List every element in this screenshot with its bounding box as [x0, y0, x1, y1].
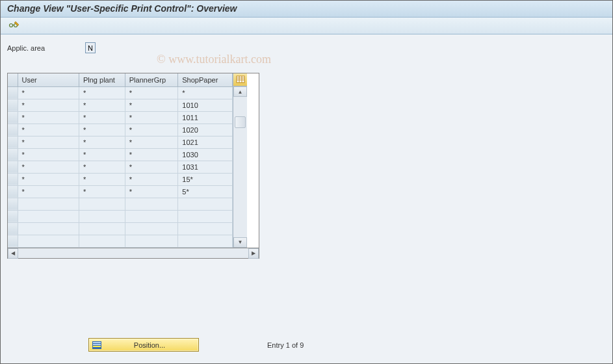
table-row-empty — [8, 210, 233, 222]
cell-shop-paper[interactable]: 1020 — [178, 124, 233, 136]
cell-empty[interactable] — [125, 210, 178, 222]
cell-empty[interactable] — [178, 198, 233, 210]
cell-user[interactable]: * — [18, 185, 79, 198]
cell-shop-paper[interactable]: 5* — [178, 185, 233, 198]
cell-empty[interactable] — [18, 222, 79, 235]
scroll-down-button[interactable]: ▼ — [233, 237, 247, 248]
data-table: User Plng plant PlannerGrp ShopPaper ***… — [8, 73, 233, 248]
svg-rect-8 — [93, 342, 101, 343]
page-title: Change View "User-Specific Print Control… — [7, 3, 606, 14]
row-selector-header[interactable] — [8, 73, 18, 86]
cell-empty[interactable] — [178, 210, 233, 222]
vertical-scrollbar[interactable]: ▲ ▼ — [233, 86, 247, 248]
position-button[interactable]: Position... — [88, 338, 199, 352]
cell-user[interactable]: * — [18, 161, 79, 173]
cell-empty[interactable] — [18, 235, 79, 247]
cell-shop-paper[interactable]: 1030 — [178, 148, 233, 161]
table-row: ***1030 — [8, 148, 233, 161]
cell-user[interactable]: * — [18, 136, 79, 148]
cell-empty[interactable] — [79, 235, 125, 247]
cell-empty[interactable] — [79, 210, 125, 222]
row-selector[interactable] — [8, 235, 18, 247]
row-selector[interactable] — [8, 198, 18, 210]
svg-rect-9 — [93, 344, 101, 345]
cell-shop-paper[interactable]: 1031 — [178, 161, 233, 173]
scroll-track[interactable] — [233, 97, 247, 237]
row-selector[interactable] — [8, 210, 18, 222]
col-header-planner-grp[interactable]: PlannerGrp — [125, 73, 178, 86]
cell-planner-grp[interactable]: * — [125, 161, 178, 173]
cell-user[interactable]: * — [18, 124, 79, 136]
cell-plng-plant[interactable]: * — [79, 136, 125, 148]
cell-empty[interactable] — [18, 210, 79, 222]
scroll-thumb[interactable] — [235, 116, 246, 128]
row-selector[interactable] — [8, 173, 18, 185]
row-selector[interactable] — [8, 136, 18, 148]
cell-user[interactable]: * — [18, 111, 79, 124]
row-selector[interactable] — [8, 185, 18, 198]
cell-empty[interactable] — [178, 222, 233, 235]
cell-plng-plant[interactable]: * — [79, 148, 125, 161]
row-selector[interactable] — [8, 222, 18, 235]
table-row-empty — [8, 198, 233, 210]
scroll-left-button[interactable]: ◀ — [8, 248, 18, 259]
cell-planner-grp[interactable]: * — [125, 124, 178, 136]
table-row: ***1031 — [8, 161, 233, 173]
table-row-empty — [8, 235, 233, 247]
row-selector[interactable] — [8, 86, 18, 99]
cell-empty[interactable] — [125, 198, 178, 210]
cell-shop-paper[interactable]: 15* — [178, 173, 233, 185]
cell-planner-grp[interactable]: * — [125, 99, 178, 111]
cell-planner-grp[interactable]: * — [125, 173, 178, 185]
cell-empty[interactable] — [79, 222, 125, 235]
cell-empty[interactable] — [125, 222, 178, 235]
cell-planner-grp[interactable]: * — [125, 86, 178, 99]
cell-planner-grp[interactable]: * — [125, 185, 178, 198]
applic-area-input[interactable] — [85, 42, 96, 53]
scroll-up-button[interactable]: ▲ — [233, 86, 247, 97]
cell-empty[interactable] — [79, 198, 125, 210]
col-header-user[interactable]: User — [18, 73, 79, 86]
cell-plng-plant[interactable]: * — [79, 99, 125, 111]
col-header-shop-paper[interactable]: ShopPaper — [178, 73, 233, 86]
cell-plng-plant[interactable]: * — [79, 86, 125, 99]
row-selector[interactable] — [8, 148, 18, 161]
cell-empty[interactable] — [125, 235, 178, 247]
cell-planner-grp[interactable]: * — [125, 136, 178, 148]
cell-empty[interactable] — [178, 235, 233, 247]
row-selector[interactable] — [8, 99, 18, 111]
table-row: **** — [8, 86, 233, 99]
footer-row: Position... Entry 1 of 9 — [7, 338, 304, 352]
glasses-pencil-icon — [8, 20, 20, 31]
cell-user[interactable]: * — [18, 86, 79, 99]
cell-shop-paper[interactable]: 1010 — [178, 99, 233, 111]
svg-rect-10 — [93, 346, 101, 347]
cell-plng-plant[interactable]: * — [79, 111, 125, 124]
cell-user[interactable]: * — [18, 148, 79, 161]
cell-user[interactable]: * — [18, 173, 79, 185]
cell-shop-paper[interactable]: 1021 — [178, 136, 233, 148]
cell-shop-paper[interactable]: 1011 — [178, 111, 233, 124]
row-selector[interactable] — [8, 161, 18, 173]
position-icon — [92, 341, 102, 350]
entry-count: Entry 1 of 9 — [267, 341, 304, 349]
row-selector[interactable] — [8, 111, 18, 124]
horizontal-scrollbar[interactable]: ◀ ▶ — [7, 248, 259, 259]
cell-planner-grp[interactable]: * — [125, 148, 178, 161]
cell-shop-paper[interactable]: * — [178, 86, 233, 99]
cell-plng-plant[interactable]: * — [79, 124, 125, 136]
cell-plng-plant[interactable]: * — [79, 161, 125, 173]
h-scroll-track[interactable] — [18, 248, 248, 258]
cell-planner-grp[interactable]: * — [125, 111, 178, 124]
table-settings-button[interactable] — [233, 73, 247, 86]
cell-plng-plant[interactable]: * — [79, 185, 125, 198]
cell-empty[interactable] — [18, 198, 79, 210]
table-right-strip: ▲ ▼ — [233, 73, 247, 248]
cell-plng-plant[interactable]: * — [79, 173, 125, 185]
col-header-plng-plant[interactable]: Plng plant — [79, 73, 125, 86]
row-selector[interactable] — [8, 124, 18, 136]
scroll-right-button[interactable]: ▶ — [248, 248, 259, 259]
table-row: ***1010 — [8, 99, 233, 111]
toggle-display-change-button[interactable] — [7, 20, 21, 32]
cell-user[interactable]: * — [18, 99, 79, 111]
